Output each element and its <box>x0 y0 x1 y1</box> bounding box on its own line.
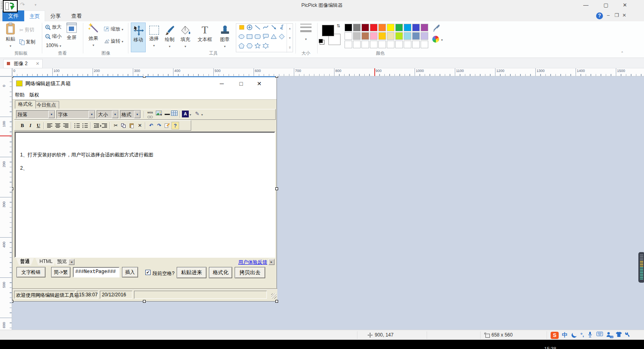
format-bullet-list-button[interactable] <box>81 122 89 129</box>
format-italic-button[interactable]: I <box>27 122 34 129</box>
format-paste-button[interactable] <box>128 122 136 129</box>
palette-swatch[interactable] <box>404 32 411 40</box>
palette-swatch[interactable] <box>345 32 352 40</box>
format-align-right-button[interactable] <box>62 122 70 129</box>
palette-swatch[interactable] <box>421 41 428 48</box>
shape-ellipse[interactable] <box>237 33 246 43</box>
cut-button[interactable]: ✂剪切 <box>19 25 34 34</box>
palette-swatch[interactable] <box>395 41 403 48</box>
ime-chinese-mode-icon[interactable]: 中 <box>562 332 568 339</box>
inner-close-icon[interactable]: ✕ <box>254 79 264 88</box>
chevron-down-icon[interactable]: ▼ <box>112 111 118 118</box>
shape-line[interactable] <box>254 24 262 33</box>
document-close-icon[interactable]: ✕ <box>36 60 39 68</box>
zoom-in-button[interactable]: 放大 <box>45 23 62 31</box>
highlighter-dropdown-icon[interactable]: ▾ <box>201 113 203 117</box>
space-before-checkbox[interactable]: ✔ <box>145 270 151 275</box>
collapse-ribbon-icon[interactable]: ⌃ <box>621 51 624 55</box>
menu-item-帮助[interactable]: 帮助 <box>15 92 25 99</box>
chevron-down-icon[interactable]: ▼ <box>89 111 95 118</box>
selection-handle[interactable] <box>275 187 278 190</box>
line-size-button[interactable]: ▾ <box>298 23 314 41</box>
help-icon[interactable]: ? <box>596 12 603 19</box>
insert-table-icon[interactable] <box>170 111 178 119</box>
close-button[interactable]: ✕ <box>616 0 634 10</box>
shape-hexagon[interactable] <box>246 43 254 52</box>
paste-button[interactable]: 粘贴 ▾ <box>3 23 18 48</box>
paragraph-combo[interactable]: 段落▼ <box>16 110 55 119</box>
format-redo-button[interactable]: ↷ <box>155 122 163 129</box>
selection-handle[interactable] <box>275 76 278 78</box>
web-link-icon[interactable]: WEB <box>146 111 154 119</box>
shape-star-6[interactable] <box>262 43 270 52</box>
color-wheel-dropdown-icon[interactable]: ▾ <box>441 38 443 42</box>
palette-swatch[interactable] <box>370 24 378 31</box>
insert-image-icon[interactable] <box>155 111 163 119</box>
selection-handle[interactable] <box>275 300 278 303</box>
ime-punctuation-icon[interactable]: °, <box>580 332 584 338</box>
chevron-down-icon[interactable]: ▼ <box>48 111 55 118</box>
format-underline-button[interactable]: U <box>35 122 42 129</box>
palette-swatch[interactable] <box>361 41 369 48</box>
draw-tool-button[interactable]: 绘制▾ <box>162 23 177 52</box>
ime-keyboard-icon[interactable] <box>597 332 603 337</box>
rotate-button[interactable]: 旋转 ▾ <box>104 37 123 45</box>
palette-swatch[interactable] <box>421 32 428 40</box>
ribbon-tab-查看[interactable]: 查看 <box>66 10 87 21</box>
minimize-button[interactable]: — <box>577 0 595 10</box>
ime-skin-icon[interactable] <box>616 332 622 338</box>
ribbon-restore-icon[interactable]: ❐ <box>615 12 619 18</box>
docked-widget[interactable] <box>638 252 644 283</box>
insert-button[interactable]: 插入 <box>122 267 138 277</box>
view-tabs-scroll-left-icon[interactable]: ◄ <box>68 259 74 265</box>
palette-swatch[interactable] <box>345 41 352 48</box>
palette-swatch[interactable] <box>378 32 386 40</box>
font-color-icon[interactable]: A <box>182 111 189 117</box>
resize-button[interactable]: 缩放 ▾ <box>104 25 123 33</box>
palette-swatch[interactable] <box>361 32 369 40</box>
format-outdent-button[interactable] <box>93 122 100 129</box>
selection-handle[interactable] <box>143 76 146 78</box>
maximize-button[interactable]: ▢ <box>597 0 615 10</box>
palette-swatch[interactable] <box>412 32 420 40</box>
format-combo[interactable]: 格式▼ <box>120 110 141 119</box>
resize-grip[interactable] <box>271 294 277 299</box>
effects-button[interactable]: 效果 ▾ <box>85 23 101 47</box>
selection-handle[interactable] <box>12 76 13 78</box>
document-tab[interactable]: 图像 2 ✕ <box>3 59 43 68</box>
feedback-link[interactable]: 用户体验反馈 <box>238 259 267 266</box>
eyedropper-icon[interactable] <box>433 25 440 33</box>
horizontal-rule-icon[interactable] <box>163 111 171 119</box>
palette-swatch[interactable] <box>404 24 411 31</box>
shape-rectangle[interactable] <box>246 33 254 43</box>
format-align-left-button[interactable] <box>46 122 54 129</box>
format-align-center-button[interactable] <box>54 122 62 129</box>
paste-in-button[interactable]: 粘贴进来 <box>177 267 206 278</box>
font-color-dropdown-icon[interactable]: ▾ <box>190 113 191 117</box>
palette-swatch[interactable] <box>370 41 378 48</box>
palette-swatch[interactable] <box>395 24 403 31</box>
palette-swatch[interactable] <box>370 32 378 40</box>
shape-triangle[interactable] <box>270 33 278 43</box>
palette-swatch[interactable] <box>395 32 403 40</box>
format-edit-note-button[interactable] <box>163 122 171 129</box>
inner-tab-格式化[interactable]: 格式化 <box>15 100 36 109</box>
ime-mic-icon[interactable] <box>588 332 592 339</box>
palette-swatch[interactable] <box>378 24 386 31</box>
palette-swatch[interactable] <box>412 41 420 48</box>
ime-login-icon[interactable]: 12 <box>606 332 613 338</box>
palette-swatch[interactable] <box>353 24 361 31</box>
shape-s-curve[interactable] <box>278 24 286 33</box>
swap-colors-icon[interactable]: ⇅ <box>336 23 340 29</box>
menu-item-版权[interactable]: 版权 <box>29 92 39 99</box>
view-tab-普通[interactable]: 普通 <box>16 258 34 265</box>
palette-swatch[interactable] <box>353 41 361 48</box>
paste-dropdown-icon[interactable]: ▾ <box>10 44 11 48</box>
effects-dropdown-icon[interactable]: ▾ <box>93 43 94 47</box>
check-text-button[interactable]: 文字检错 <box>17 267 45 277</box>
inner-tab-今日焦点[interactable]: 今日焦点 <box>33 101 59 109</box>
copy-button[interactable]: 复制 <box>19 37 35 46</box>
color-wheel-icon[interactable] <box>432 36 439 43</box>
ribbon-minimize-icon[interactable]: ‒ <box>607 12 610 18</box>
format-delete-button[interactable]: ✕ <box>136 122 144 129</box>
